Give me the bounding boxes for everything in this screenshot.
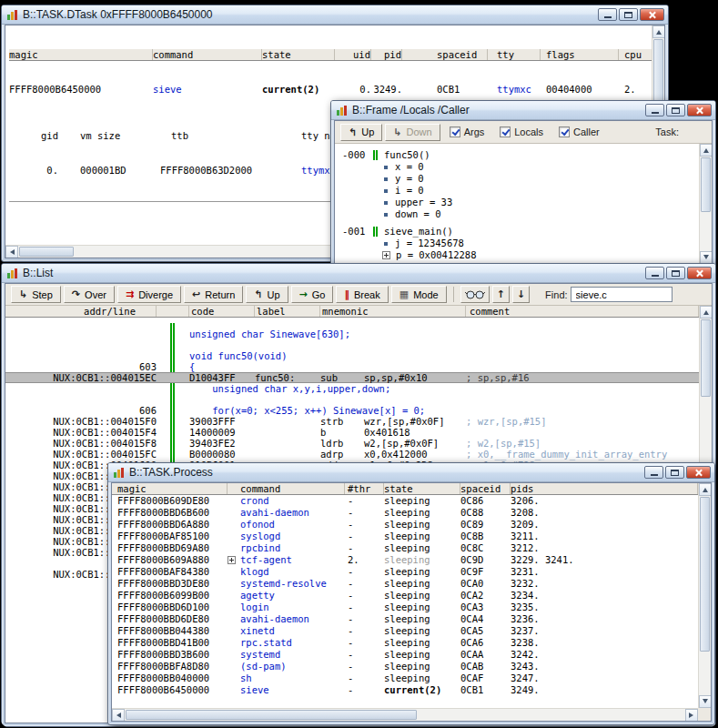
checkbox-checked-icon[interactable] xyxy=(450,126,460,137)
minimize-button[interactable] xyxy=(645,104,664,116)
step-button[interactable]: ↳Step xyxy=(11,286,61,303)
process-command: syslogd xyxy=(240,531,280,542)
process-row[interactable]: FFFF8000BBD6A880ofonod-sleeping0C893209. xyxy=(112,519,698,531)
list-row-source[interactable]: void func50(void) xyxy=(5,350,699,361)
list-row-source[interactable]: 603{ xyxy=(5,361,699,372)
scroll-up-button[interactable] xyxy=(700,144,713,157)
list-row[interactable] xyxy=(5,394,699,405)
process-row[interactable]: FFFF8000B609DE80crond-sleeping0C863206. xyxy=(112,495,698,507)
scroll-track-up-button[interactable]: ↑ xyxy=(492,286,510,303)
process-row[interactable]: FFFF8000BBD69A80rpcbind-sleeping0C8C3212… xyxy=(112,542,698,554)
list-row[interactable] xyxy=(5,318,699,329)
vertical-scrollbar[interactable] xyxy=(698,483,711,708)
mode-icon: ▦ xyxy=(399,289,409,299)
scroll-left-button[interactable] xyxy=(5,246,18,258)
local-variable[interactable]: down = 0 xyxy=(342,208,699,220)
process-command: tcf-agent xyxy=(240,554,292,566)
up-button[interactable]: ↰Up xyxy=(246,286,288,303)
local-pointer-variable[interactable]: p = 0x00412288 xyxy=(342,249,699,261)
maximize-button[interactable] xyxy=(666,267,685,279)
col-code: code xyxy=(189,306,255,317)
titlebar-list[interactable]: B::List xyxy=(2,264,715,283)
scroll-thumb[interactable] xyxy=(126,710,417,720)
titlebar-frame[interactable]: B::Frame /Locals /Caller xyxy=(331,101,715,120)
maximize-button[interactable] xyxy=(665,466,684,479)
scroll-thumb[interactable] xyxy=(701,157,711,212)
list-row-source[interactable]: unsigned char Sinewave[630]; xyxy=(5,329,699,339)
scroll-thumb[interactable] xyxy=(19,247,74,257)
list-row-asm[interactable]: NUX:0CB1::004015FCB0000080adrpx0,0x41200… xyxy=(5,449,699,460)
horizontal-scrollbar[interactable] xyxy=(112,708,698,721)
mode-button[interactable]: ▦Mode xyxy=(391,286,447,303)
locals-checkbox[interactable]: Locals xyxy=(500,126,543,137)
local-variable[interactable]: upper = 33 xyxy=(342,197,699,208)
go-button[interactable]: →Go xyxy=(291,286,334,303)
return-button[interactable]: ↩Return xyxy=(184,286,243,303)
checkbox-checked-icon[interactable] xyxy=(559,126,570,137)
process-row[interactable]: FFFF8000BBD6B600avahi-daemon-sleeping0C8… xyxy=(112,507,698,519)
scroll-thumb[interactable] xyxy=(700,497,710,652)
args-checkbox[interactable]: Args xyxy=(450,126,485,137)
close-button[interactable] xyxy=(687,267,712,279)
process-row[interactable]: FFFF8000BBD6DE80avahi-daemon-sleeping0CA… xyxy=(112,613,698,625)
process-row[interactable]: FFFF8000BBD3DE80systemd-resolve-sleeping… xyxy=(112,578,698,590)
scroll-up-button[interactable] xyxy=(652,25,665,38)
scroll-down-button[interactable] xyxy=(700,251,713,264)
local-variable[interactable]: x = 0 xyxy=(342,161,699,173)
scroll-down-button[interactable] xyxy=(699,695,712,708)
list-row-current-pc[interactable]: NUX:0CB1::004015ECD10043FFfunc50:subsp,s… xyxy=(5,372,699,383)
close-button[interactable] xyxy=(686,466,711,479)
list-row-asm[interactable]: NUX:0CB1::004015F839403FE2ldrbw2,[sp,#0x… xyxy=(5,438,699,449)
process-row[interactable]: FFFF8000BBD41B00rpc.statd-sleeping0CA632… xyxy=(112,637,698,649)
process-row[interactable]: FFFF8000BB044380xinetd-sleeping0CA53237. xyxy=(112,625,698,637)
asm-comment xyxy=(466,427,699,438)
list-row-asm[interactable]: NUX:0CB1::004015F039003FFFstrbwzr,[sp,#0… xyxy=(5,416,699,427)
scroll-up-button[interactable] xyxy=(700,306,713,318)
scroll-right-button[interactable] xyxy=(685,709,698,722)
process-row[interactable]: FFFF8000BB040000sh-sleeping0CAF3247. xyxy=(112,672,698,684)
process-row[interactable]: FFFF8000BBD6D100login-sleeping0CA33235. xyxy=(112,602,698,613)
minimize-button[interactable] xyxy=(644,466,663,479)
find-input[interactable] xyxy=(571,287,672,302)
scroll-up-button[interactable] xyxy=(699,483,712,496)
process-row[interactable]: FFFF8000BAF84380klogd-sleeping0C9F3231. xyxy=(112,566,698,578)
process-row[interactable]: FFFF8000B6099B00agetty-sleeping0CA23234. xyxy=(112,590,698,602)
dtask-value-row[interactable]: FFFF8000B6450000 sieve current(2) 0. 324… xyxy=(9,83,652,96)
list-row-source[interactable]: unsigned char x,y,i,upper,down; xyxy=(5,383,699,394)
checkbox-checked-icon[interactable] xyxy=(500,126,511,137)
scroll-left-button[interactable] xyxy=(112,709,125,722)
stack-frame-0[interactable]: -000 func50() xyxy=(342,149,699,161)
vertical-scrollbar[interactable] xyxy=(699,144,712,264)
local-variable[interactable]: i = 0 xyxy=(342,185,699,197)
scroll-thumb[interactable] xyxy=(701,319,711,397)
frame-up-button[interactable]: ↰ Up xyxy=(340,124,382,141)
process-row[interactable]: FFFF8000BAF85100syslogd-sleeping0C8B3211… xyxy=(112,531,698,542)
close-button[interactable] xyxy=(687,104,712,116)
process-row[interactable]: FFFF8000BBFA8D80(sd-pam)-sleeping0CAB324… xyxy=(112,661,698,672)
caller-checkbox[interactable]: Caller xyxy=(559,126,600,137)
close-button[interactable] xyxy=(640,8,664,21)
break-button[interactable]: ‖Break xyxy=(336,286,388,303)
expand-icon[interactable] xyxy=(228,556,236,564)
expand-icon[interactable] xyxy=(382,251,390,259)
minimize-button[interactable] xyxy=(598,8,617,21)
diverge-button[interactable]: ⇉Diverge xyxy=(117,286,181,303)
maximize-button[interactable] xyxy=(666,104,685,116)
titlebar-process[interactable]: B::TASK.Process xyxy=(108,463,714,482)
minimize-button[interactable] xyxy=(645,267,664,279)
local-variable[interactable]: y = 0 xyxy=(342,173,699,185)
maximize-button[interactable] xyxy=(619,8,638,21)
process-row[interactable]: FFFF8000BBD3B600systemd-sleeping0CAA3242… xyxy=(112,649,698,661)
titlebar-dtask[interactable]: B::TASK.DTask 0xFFFF8000B6450000 xyxy=(2,5,668,25)
view-glasses-button[interactable] xyxy=(460,286,490,303)
scroll-track-down-button[interactable]: ↓ xyxy=(512,286,530,303)
stack-frame-1[interactable]: -001 sieve_main() xyxy=(342,226,699,238)
list-row-asm[interactable]: NUX:0CB1::004015F414000009b0x401618 xyxy=(5,427,699,438)
list-row[interactable] xyxy=(5,339,699,350)
over-button[interactable]: ↷Over xyxy=(64,286,115,303)
local-variable[interactable]: j = 12345678 xyxy=(342,238,699,249)
frame-down-button[interactable]: ↳ Down xyxy=(385,124,440,141)
list-row-source[interactable]: 606 for(x=0; x<255; x++) Sinewave[x] = 0… xyxy=(5,405,699,416)
process-row-current[interactable]: FFFF8000B6450000sieve-current(2)0CB13249… xyxy=(112,684,698,696)
process-row-tcf-agent[interactable]: FFFF8000B609A880tcf-agent2.sleeping0C9D3… xyxy=(112,554,698,566)
